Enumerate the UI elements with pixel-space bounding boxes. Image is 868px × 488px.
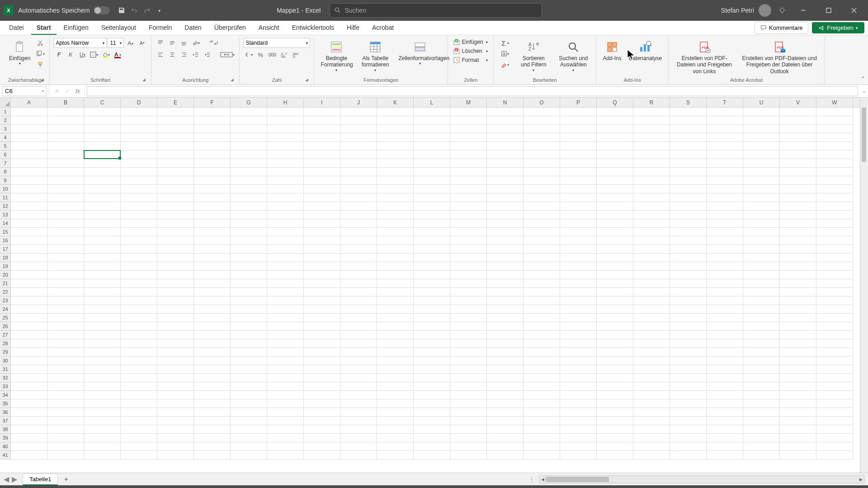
align-bottom-button[interactable] (179, 38, 189, 48)
cell[interactable] (524, 168, 560, 176)
cell[interactable] (524, 193, 560, 202)
cell[interactable] (377, 399, 414, 408)
cell[interactable] (194, 245, 231, 253)
cell[interactable] (231, 391, 267, 399)
row-header-3[interactable]: 3 (0, 125, 11, 133)
cell[interactable] (121, 331, 157, 339)
cell[interactable] (780, 262, 816, 271)
cell[interactable] (377, 236, 414, 245)
cell[interactable] (670, 374, 707, 382)
cell[interactable] (194, 339, 231, 348)
cell[interactable] (743, 253, 780, 262)
cell[interactable] (47, 253, 84, 262)
cell[interactable] (47, 339, 84, 348)
cell[interactable] (816, 365, 853, 374)
cell[interactable] (121, 236, 157, 245)
cell[interactable] (633, 185, 670, 193)
cell[interactable] (84, 219, 121, 228)
cell[interactable] (414, 296, 450, 305)
cell[interactable] (84, 339, 121, 348)
cell[interactable] (414, 331, 450, 339)
cell[interactable] (340, 176, 377, 185)
cell[interactable] (414, 150, 450, 159)
align-right-button[interactable] (179, 50, 189, 60)
cell[interactable] (487, 339, 524, 348)
cell[interactable] (450, 305, 487, 314)
cell[interactable] (414, 228, 450, 236)
column-header-Q[interactable]: Q (597, 98, 633, 107)
cell[interactable] (157, 314, 194, 322)
cell[interactable] (633, 108, 670, 116)
cell[interactable] (450, 339, 487, 348)
cell[interactable] (231, 399, 267, 408)
cell[interactable] (816, 193, 853, 202)
cell[interactable] (231, 288, 267, 296)
autosave-toggle[interactable] (94, 6, 110, 14)
cell[interactable] (816, 374, 853, 382)
increase-indent-button[interactable] (202, 50, 213, 60)
tab-entwicklertools[interactable]: Entwicklertools (287, 21, 340, 35)
cell[interactable] (267, 150, 304, 159)
cell[interactable] (47, 417, 84, 425)
cell[interactable] (157, 442, 194, 451)
cell[interactable] (194, 399, 231, 408)
cell[interactable] (11, 382, 47, 391)
cell[interactable] (47, 408, 84, 417)
cell[interactable] (121, 262, 157, 271)
cell[interactable] (524, 211, 560, 219)
cell[interactable] (633, 417, 670, 425)
cell[interactable] (450, 211, 487, 219)
cell[interactable] (780, 159, 816, 168)
cell[interactable] (84, 434, 121, 442)
cell[interactable] (304, 168, 340, 176)
cell[interactable] (231, 339, 267, 348)
align-top-button[interactable] (155, 38, 166, 48)
cell[interactable] (816, 271, 853, 279)
cell[interactable] (231, 228, 267, 236)
cell[interactable] (633, 339, 670, 348)
create-pdf-outlook-button[interactable]: PDF Erstellen von PDF-Dateien und Freige… (738, 38, 821, 76)
cell[interactable] (414, 159, 450, 168)
cell[interactable] (340, 279, 377, 288)
cell[interactable] (84, 331, 121, 339)
cell[interactable] (11, 279, 47, 288)
cell[interactable] (157, 219, 194, 228)
cell[interactable] (560, 296, 597, 305)
column-header-W[interactable]: W (816, 98, 853, 107)
cell[interactable] (194, 133, 231, 142)
cell[interactable] (194, 314, 231, 322)
cell[interactable] (267, 262, 304, 271)
cell[interactable] (524, 417, 560, 425)
cell[interactable] (11, 417, 47, 425)
cell[interactable] (231, 382, 267, 391)
cell[interactable] (340, 339, 377, 348)
cell[interactable] (11, 288, 47, 296)
create-pdf-link-button[interactable]: PDF Erstellen von PDF-Dateien und Freige… (672, 38, 736, 76)
cell[interactable] (340, 185, 377, 193)
font-color-button[interactable]: A▾ (112, 50, 123, 60)
cell[interactable] (84, 322, 121, 331)
cell[interactable] (707, 125, 743, 133)
cell[interactable] (670, 288, 707, 296)
cell[interactable] (597, 357, 633, 365)
cell[interactable] (267, 391, 304, 399)
cell[interactable] (231, 417, 267, 425)
cell[interactable] (487, 288, 524, 296)
cell[interactable] (194, 288, 231, 296)
row-header-35[interactable]: 35 (0, 399, 11, 408)
cell[interactable] (816, 288, 853, 296)
minimize-button[interactable] (793, 0, 814, 21)
cell[interactable] (670, 150, 707, 159)
cell[interactable] (340, 168, 377, 176)
data-analysis-button[interactable]: Datenanalyse (626, 38, 665, 63)
cell[interactable] (743, 305, 780, 314)
cell[interactable] (780, 348, 816, 357)
cell[interactable] (597, 399, 633, 408)
cell[interactable] (84, 185, 121, 193)
cell[interactable] (450, 185, 487, 193)
cell[interactable] (633, 279, 670, 288)
cell[interactable] (560, 176, 597, 185)
cell[interactable] (524, 279, 560, 288)
cell[interactable] (560, 253, 597, 262)
cell[interactable] (267, 116, 304, 125)
